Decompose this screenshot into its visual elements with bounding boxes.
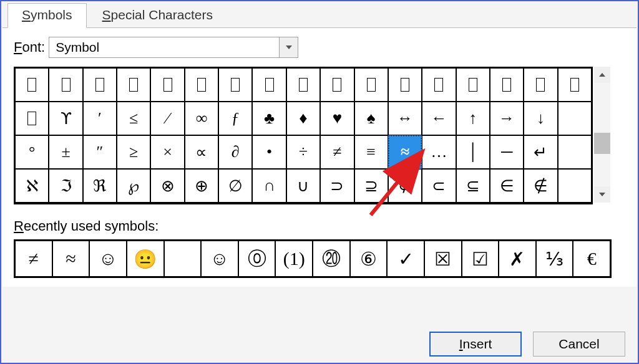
symbol-cell[interactable] bbox=[49, 68, 82, 102]
symbol-cell[interactable]: ℑ bbox=[49, 169, 82, 203]
recent-symbol-cell[interactable]: ☺ bbox=[89, 241, 127, 277]
font-select-dropdown-button[interactable] bbox=[279, 37, 298, 57]
symbol-cell[interactable] bbox=[558, 169, 592, 203]
symbol-cell[interactable] bbox=[558, 135, 592, 169]
symbol-cell[interactable] bbox=[83, 68, 117, 102]
symbol-cell[interactable] bbox=[388, 68, 422, 102]
scroll-track[interactable] bbox=[594, 83, 610, 186]
symbol-cell[interactable]: ⊃ bbox=[320, 169, 354, 203]
recent-symbol-cell[interactable]: ✓ bbox=[387, 241, 424, 277]
recent-symbol-cell[interactable]: ≈ bbox=[52, 241, 90, 277]
symbol-cell[interactable]: ′ bbox=[83, 102, 117, 135]
symbol-cell[interactable] bbox=[490, 68, 524, 102]
symbol-cell[interactable]: ∅ bbox=[218, 169, 252, 203]
symbol-cell[interactable]: ≥ bbox=[117, 135, 150, 169]
symbol-cell[interactable]: ⊂ bbox=[422, 169, 456, 203]
recent-symbol-cell[interactable]: ☑ bbox=[462, 241, 499, 277]
symbol-cell[interactable] bbox=[117, 68, 150, 102]
grid-scrollbar[interactable] bbox=[594, 67, 610, 203]
symbol-cell[interactable]: ≠ bbox=[320, 135, 354, 169]
symbol-cell[interactable]: ϒ bbox=[49, 102, 82, 135]
symbol-cell[interactable]: ℜ bbox=[83, 169, 117, 203]
scroll-thumb[interactable] bbox=[594, 133, 610, 154]
symbol-cell[interactable]: ± bbox=[49, 135, 82, 169]
symbol-cell[interactable]: ♠ bbox=[354, 102, 388, 135]
symbol-cell[interactable]: ∉ bbox=[524, 169, 557, 203]
symbol-cell[interactable]: ° bbox=[15, 135, 49, 169]
symbol-cell[interactable]: ≤ bbox=[117, 102, 150, 135]
symbol-cell[interactable] bbox=[218, 68, 252, 102]
symbol-cell[interactable]: ∩ bbox=[252, 169, 286, 203]
placeholder-glyph bbox=[27, 112, 36, 125]
symbol-cell[interactable] bbox=[320, 68, 354, 102]
scroll-up-button[interactable] bbox=[594, 67, 610, 83]
symbol-cell[interactable]: ÷ bbox=[286, 135, 320, 169]
symbol-cell[interactable]: ↑ bbox=[456, 102, 490, 135]
font-select[interactable]: Symbol bbox=[49, 37, 298, 58]
symbol-cell[interactable] bbox=[185, 68, 218, 102]
symbol-cell[interactable]: → bbox=[490, 102, 524, 135]
symbol-cell[interactable]: ≈ bbox=[388, 135, 422, 169]
placeholder-glyph bbox=[469, 78, 477, 92]
symbol-cell[interactable] bbox=[558, 102, 592, 135]
symbol-cell[interactable] bbox=[252, 68, 286, 102]
symbol-cell[interactable] bbox=[558, 68, 592, 102]
symbol-cell[interactable]: ⊗ bbox=[150, 169, 184, 203]
scroll-down-button[interactable] bbox=[594, 186, 610, 203]
symbol-cell[interactable] bbox=[524, 68, 557, 102]
symbol-cell[interactable]: ⊇ bbox=[354, 169, 388, 203]
symbol-cell[interactable] bbox=[286, 68, 320, 102]
placeholder-glyph bbox=[197, 78, 206, 92]
recent-symbol-cell[interactable]: ⑳ bbox=[313, 241, 350, 277]
recent-symbol-cell[interactable]: ☒ bbox=[424, 241, 462, 277]
symbol-cell[interactable]: ℵ bbox=[15, 169, 49, 203]
symbol-cell[interactable]: … bbox=[422, 135, 456, 169]
recent-symbol-cell[interactable]: ⓪ bbox=[238, 241, 276, 277]
tab-special-characters[interactable]: Special Characters bbox=[88, 3, 227, 28]
symbol-cell[interactable]: ↓ bbox=[524, 102, 557, 135]
symbol-cell[interactable]: ⁄ bbox=[150, 102, 184, 135]
symbol-cell[interactable]: ∂ bbox=[218, 135, 252, 169]
symbol-cell[interactable]: ↔ bbox=[388, 102, 422, 135]
symbol-cell[interactable]: ↵ bbox=[524, 135, 557, 169]
symbol-cell[interactable]: ⊕ bbox=[185, 169, 218, 203]
symbol-cell[interactable] bbox=[15, 102, 49, 135]
recent-symbol-cell[interactable]: ✗ bbox=[499, 241, 536, 277]
recent-symbol-cell[interactable]: ⅓ bbox=[536, 241, 573, 277]
symbol-cell[interactable] bbox=[15, 68, 49, 102]
symbol-cell[interactable]: ″ bbox=[83, 135, 117, 169]
symbol-cell[interactable]: ∈ bbox=[490, 169, 524, 203]
recent-symbol-cell[interactable]: € bbox=[573, 241, 610, 277]
symbol-cell[interactable]: │ bbox=[456, 135, 490, 169]
symbol-cell[interactable] bbox=[456, 68, 490, 102]
symbol-cell[interactable]: ⊄ bbox=[388, 169, 422, 203]
recent-symbol-cell[interactable]: ⑥ bbox=[350, 241, 388, 277]
dialog-buttons: Insert Cancel bbox=[429, 332, 625, 357]
symbol-cell[interactable]: ∪ bbox=[286, 169, 320, 203]
recent-symbol-cell[interactable]: ☺ bbox=[201, 241, 238, 277]
symbol-cell[interactable]: ℘ bbox=[117, 169, 150, 203]
recent-symbol-cell[interactable]: ≠ bbox=[15, 241, 52, 277]
symbol-cell[interactable]: ♣ bbox=[252, 102, 286, 135]
placeholder-glyph bbox=[401, 78, 409, 92]
insert-button[interactable]: Insert bbox=[429, 332, 522, 357]
symbol-cell[interactable]: ♦ bbox=[286, 102, 320, 135]
recent-symbol-cell[interactable] bbox=[164, 241, 202, 277]
symbol-cell[interactable]: ƒ bbox=[218, 102, 252, 135]
symbol-cell[interactable]: ─ bbox=[490, 135, 524, 169]
recent-symbol-cell[interactable]: (1) bbox=[275, 241, 313, 277]
symbol-cell[interactable]: ∝ bbox=[185, 135, 218, 169]
symbol-cell[interactable] bbox=[422, 68, 456, 102]
recent-symbol-cell[interactable]: 😐 bbox=[127, 241, 164, 277]
symbol-cell[interactable]: ≡ bbox=[354, 135, 388, 169]
symbol-cell[interactable]: ∞ bbox=[185, 102, 218, 135]
symbol-cell[interactable]: ♥ bbox=[320, 102, 354, 135]
symbol-cell[interactable] bbox=[354, 68, 388, 102]
symbol-cell[interactable]: • bbox=[252, 135, 286, 169]
symbol-cell[interactable]: ← bbox=[422, 102, 456, 135]
tab-symbols[interactable]: Symbols bbox=[7, 3, 87, 28]
symbol-cell[interactable] bbox=[150, 68, 184, 102]
symbol-cell[interactable]: ⊆ bbox=[456, 169, 490, 203]
cancel-button[interactable]: Cancel bbox=[533, 332, 625, 357]
symbol-cell[interactable]: × bbox=[150, 135, 184, 169]
